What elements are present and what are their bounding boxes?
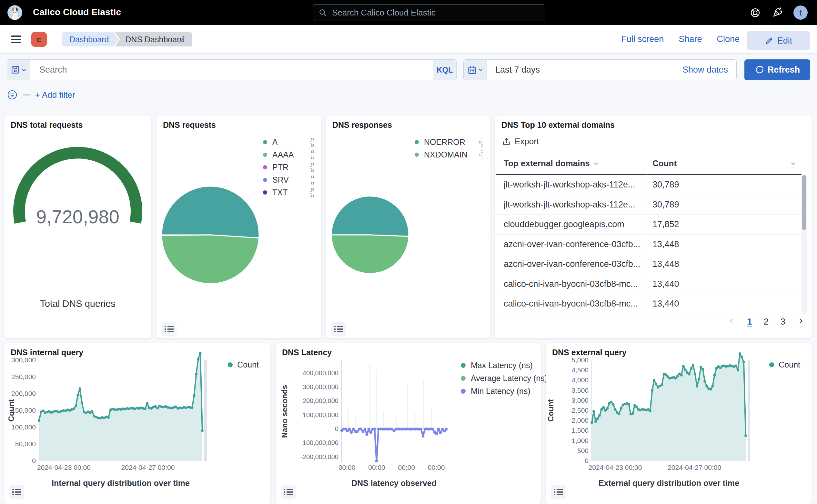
svg-text:0: 0 (585, 457, 589, 464)
space-avatar[interactable]: c (31, 32, 47, 47)
chevron-down-icon (593, 161, 599, 166)
next-page-button[interactable] (797, 317, 804, 327)
svg-text:Nano seconds: Nano seconds (280, 385, 289, 438)
svg-text:0: 0 (335, 425, 338, 432)
panel-dns-responses: DNS responses NOERROR NXDOMAIN (326, 116, 490, 338)
kql-search-input[interactable] (39, 65, 433, 75)
column-header-domains[interactable]: Top external domains (504, 158, 599, 168)
scrollbar-thumb[interactable] (802, 175, 806, 230)
date-picker: Last 7 days Show dates (463, 59, 737, 80)
svg-text:100,000,000: 100,000,000 (303, 411, 338, 418)
full-screen-button[interactable]: Full screen (621, 34, 664, 44)
panel-dns-internal-query: DNS internal query Count 050,000100,0001… (4, 343, 270, 504)
menu-icon[interactable] (11, 35, 21, 43)
domain-cell: calico-cni-ivan-byocni-03cfb8-mc... (504, 279, 638, 289)
panel-dns-total-requests: DNS total requests 9,720,980 Total DNS q… (4, 116, 151, 338)
list-icon (284, 488, 293, 496)
export-button[interactable]: Export (502, 136, 539, 146)
page-button-2[interactable]: 2 (764, 317, 769, 327)
count-cell: 13,448 (652, 239, 679, 249)
domain-cell: clouddebugger.googleapis.com (504, 219, 624, 229)
svg-text:DNS latency observed: DNS latency observed (351, 479, 437, 488)
panel-filters-button[interactable] (331, 322, 346, 337)
divider (496, 155, 811, 155)
svg-text:300,000,000: 300,000,000 (303, 383, 338, 390)
help-icon[interactable] (750, 7, 761, 20)
panel-filters-button[interactable] (162, 322, 177, 337)
filter-icon[interactable] (7, 89, 18, 100)
nav-bar: c Dashboard DNS Dashboard Full screen Sh… (0, 25, 817, 54)
gauge-subtitle: Total DNS queries (4, 298, 151, 309)
saved-query-menu-button[interactable] (7, 60, 30, 80)
table-row: azcni-over-ivan-conference-03cfb...13,44… (495, 235, 802, 255)
check-icon (176, 35, 186, 45)
news-party-popper-icon[interactable] (772, 7, 783, 19)
svg-text:00:00: 00:00 (398, 464, 415, 471)
breadcrumb: Dashboard DNS Dashboard (62, 32, 192, 46)
svg-text:0: 0 (32, 457, 36, 464)
edit-button[interactable]: Edit (747, 31, 810, 50)
global-search-input[interactable] (331, 7, 540, 18)
kql-language-button[interactable]: KQL (433, 60, 456, 80)
query-bar: KQL (7, 59, 457, 80)
panel-dns-external-query: DNS external query Count 05001,0001,5002… (546, 343, 812, 504)
app-title: Calico Cloud Elastic (33, 7, 121, 17)
svg-text:250,000: 250,000 (11, 373, 36, 380)
pagination: 123 (728, 317, 804, 327)
global-search[interactable] (313, 4, 545, 21)
table-row: clouddebugger.googleapis.com17,852 (495, 215, 802, 235)
table-row: azcni-over-ivan-conference-03cfb...13,44… (495, 254, 802, 274)
panel-title: DNS Top 10 external domains (501, 120, 615, 130)
count-cell: 30,789 (652, 199, 679, 209)
domain-cell: calico-cni-ivan-byocni-03cfb8-mc... (504, 299, 638, 309)
user-avatar[interactable]: t (793, 5, 808, 20)
svg-text:00:00: 00:00 (338, 464, 356, 471)
app-header: Calico Cloud Elastic t (0, 0, 817, 25)
add-filter-button[interactable]: + Add filter (35, 90, 75, 100)
scrollbar[interactable] (802, 174, 807, 314)
refresh-button[interactable]: Refresh (744, 59, 810, 80)
count-cell: 13,448 (652, 259, 679, 269)
svg-text:50,000: 50,000 (15, 440, 36, 448)
column-header-count[interactable]: Count (652, 158, 796, 168)
line-chart: -200,000,000-100,000,0000100,000,000200,… (276, 352, 541, 504)
breadcrumb-dashboard[interactable]: Dashboard (62, 32, 118, 46)
refresh-icon (755, 66, 763, 74)
pie-chart (326, 116, 490, 338)
svg-text:Internal query distribution ov: Internal query distribution over time (52, 479, 190, 488)
chevron-down-icon (790, 161, 796, 166)
svg-text:500: 500 (577, 447, 589, 454)
svg-text:-200,000,000: -200,000,000 (300, 453, 338, 460)
domain-cell: jlt-worksh-jlt-workshop-aks-112e... (504, 180, 635, 190)
domain-cell: jlt-worksh-jlt-workshop-aks-112e... (504, 199, 635, 209)
prev-page-button[interactable] (728, 317, 735, 327)
svg-text:2,000: 2,000 (571, 417, 589, 424)
svg-text:Count: Count (7, 399, 15, 421)
panel-filters-button[interactable] (281, 485, 296, 499)
show-dates-button[interactable]: Show dates (682, 60, 736, 80)
svg-text:2024-04-23 00:00: 2024-04-23 00:00 (589, 464, 642, 471)
svg-text:2024-04-23 00:00: 2024-04-23 00:00 (37, 464, 91, 471)
calendar-menu-button[interactable] (464, 60, 487, 80)
clone-button[interactable]: Clone (717, 34, 740, 44)
page-button-1[interactable]: 1 (747, 317, 752, 327)
svg-text:00:00: 00:00 (428, 464, 445, 471)
svg-text:100,000: 100,000 (11, 423, 36, 431)
app-logo[interactable] (7, 5, 22, 20)
chevron-down-icon (21, 67, 26, 73)
page-button-3[interactable]: 3 (780, 317, 785, 327)
panel-filters-button[interactable] (551, 485, 566, 499)
svg-text:5,000: 5,000 (571, 356, 589, 364)
svg-text:-100,000,000: -100,000,000 (300, 439, 338, 446)
panel-filters-button[interactable] (9, 485, 24, 499)
table-body: jlt-worksh-jlt-workshop-aks-112e...30,78… (495, 175, 802, 314)
time-range-value[interactable]: Last 7 days (487, 60, 682, 80)
table-row: jlt-worksh-jlt-workshop-aks-112e...30,78… (495, 195, 802, 215)
domain-cell: azcni-over-ivan-conference-03cfb... (504, 259, 640, 269)
export-icon (502, 137, 511, 146)
column-divider (648, 174, 648, 314)
share-button[interactable]: Share (679, 34, 702, 44)
filter-divider (23, 94, 31, 96)
svg-text:00:00: 00:00 (368, 464, 385, 471)
save-icon (11, 66, 20, 74)
